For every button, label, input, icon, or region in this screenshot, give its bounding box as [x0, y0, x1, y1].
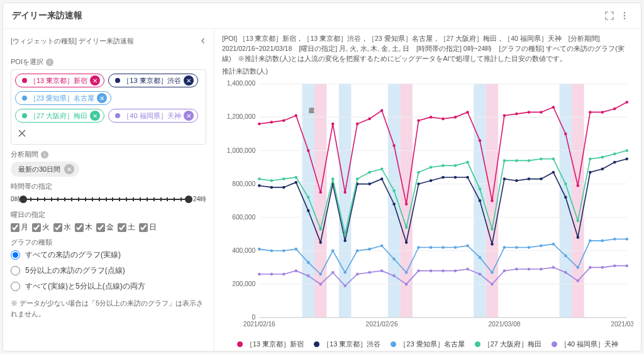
poi-chip[interactable]: ［23 愛知県］名古屋✕ [15, 91, 111, 105]
svg-point-57 [552, 106, 555, 109]
svg-point-105 [380, 245, 383, 248]
close-icon[interactable]: ✕ [184, 75, 194, 86]
day-checkbox[interactable]: 金 [96, 222, 114, 233]
graph-type-option[interactable]: すべての来訪のグラフ(実線) [11, 250, 206, 260]
svg-point-167 [380, 270, 383, 273]
svg-point-67 [294, 181, 297, 184]
svg-point-138 [405, 226, 408, 230]
day-checkbox[interactable]: 水 [53, 222, 71, 233]
close-icon[interactable]: ✕ [64, 164, 74, 174]
graph-type-radios: すべての来訪のグラフ(実線)5分以上の来訪のグラフ(点線)すべて(実線)と5分以… [11, 250, 206, 292]
svg-point-122 [589, 240, 591, 243]
legend-item[interactable]: ［40 福岡県］天神 [552, 340, 618, 349]
svg-point-176 [491, 283, 493, 286]
poi-label: POIを選択 [11, 57, 43, 67]
period-pill[interactable]: 最新の30日間 ✕ [11, 162, 79, 177]
fullscreen-icon[interactable] [602, 8, 617, 23]
svg-point-106 [392, 258, 395, 261]
svg-point-71 [343, 240, 346, 243]
svg-point-169 [405, 283, 408, 286]
chart-legend: ［13 東京都］新宿［13 東京都］渋谷［23 愛知県］名古屋［27 大阪府］梅… [222, 336, 633, 350]
more-icon[interactable] [617, 8, 632, 23]
legend-item[interactable]: ［13 東京都］渋谷 [314, 340, 380, 349]
svg-point-172 [441, 270, 444, 273]
svg-point-166 [368, 271, 370, 274]
day-checkbox[interactable]: 火 [32, 222, 50, 233]
svg-point-36 [294, 114, 297, 118]
legend-item[interactable]: ［13 東京都］新宿 [237, 340, 304, 349]
day-checkbox[interactable]: 土 [118, 222, 135, 233]
svg-text:1,000,000: 1,000,000 [227, 147, 256, 154]
svg-point-39 [331, 123, 334, 126]
svg-point-130 [307, 196, 309, 199]
graph-type-option[interactable]: すべて(実線)と5分以上(点線)の両方 [11, 281, 206, 292]
svg-point-103 [356, 250, 358, 253]
slider-knob-right[interactable] [185, 196, 192, 203]
svg-point-66 [282, 186, 285, 189]
widget-type-label: [ウィジェットの種類] デイリー来訪速報 [11, 36, 134, 46]
svg-point-183 [577, 280, 579, 283]
svg-text:1,400,000: 1,400,000 [227, 80, 256, 87]
day-checkbox[interactable]: 日 [139, 222, 157, 233]
close-icon[interactable]: ✕ [97, 93, 107, 103]
svg-point-64 [258, 184, 260, 187]
svg-point-184 [589, 266, 591, 269]
svg-point-175 [479, 273, 481, 276]
svg-point-41 [356, 123, 358, 126]
svg-point-170 [417, 270, 419, 273]
svg-point-142 [454, 164, 457, 167]
svg-point-75 [392, 202, 395, 206]
svg-point-82 [479, 199, 481, 202]
svg-point-186 [613, 265, 616, 268]
svg-point-92 [601, 168, 604, 171]
svg-point-161 [307, 275, 309, 278]
svg-point-157 [258, 273, 260, 276]
svg-point-145 [491, 228, 493, 231]
svg-text:200,000: 200,000 [232, 280, 255, 287]
svg-point-100 [319, 273, 321, 276]
svg-point-68 [307, 209, 309, 213]
close-icon[interactable]: ✕ [184, 111, 194, 121]
svg-point-69 [319, 241, 321, 245]
widget-type-row[interactable]: [ウィジェットの種類] デイリー来訪速報 [11, 34, 206, 52]
svg-point-0 [624, 12, 625, 13]
day-checkbox[interactable]: 月 [11, 222, 28, 233]
time-slider[interactable]: 0時 24時 [11, 194, 206, 205]
svg-point-151 [564, 183, 567, 186]
close-icon[interactable]: ✕ [90, 75, 100, 86]
info-icon[interactable]: i [46, 58, 53, 66]
svg-point-144 [479, 188, 481, 191]
svg-text:2021/03/18: 2021/03/18 [611, 321, 633, 328]
svg-rect-5 [339, 84, 351, 318]
svg-point-153 [589, 158, 591, 161]
svg-point-155 [613, 153, 616, 156]
graph-type-option[interactable]: 5分以上の来訪のグラフ(点線) [11, 265, 206, 276]
close-icon[interactable]: ✕ [90, 111, 100, 121]
poi-chip[interactable]: ［13 東京都］渋谷✕ [108, 74, 197, 87]
svg-point-121 [577, 266, 579, 269]
svg-point-86 [528, 178, 530, 181]
period-value: 最新の30日間 [18, 165, 60, 174]
slider-knob-left[interactable] [19, 196, 27, 203]
svg-point-89 [564, 196, 567, 199]
svg-text:400,000: 400,000 [232, 247, 255, 254]
legend-item[interactable]: ［23 愛知県］名古屋 [391, 340, 464, 349]
day-checkboxes: 月火水木金土日 [11, 222, 206, 233]
svg-point-154 [601, 156, 604, 159]
y-axis-title: 推計来訪数(人) [222, 67, 633, 76]
svg-point-133 [343, 233, 346, 236]
svg-point-97 [282, 250, 285, 253]
svg-point-112 [466, 245, 469, 248]
day-checkbox[interactable]: 木 [75, 222, 92, 233]
svg-point-55 [528, 111, 530, 114]
svg-rect-10 [560, 84, 572, 318]
svg-point-136 [380, 168, 383, 171]
svg-rect-4 [314, 84, 326, 318]
svg-point-77 [417, 183, 419, 186]
poi-chip[interactable]: ［40 福岡県］天神✕ [108, 109, 197, 123]
poi-chip[interactable]: ［27 大阪府］梅田✕ [15, 109, 104, 123]
poi-chip[interactable]: ［13 東京都］新宿✕ [15, 74, 104, 87]
info-icon[interactable]: i [41, 151, 48, 158]
legend-item[interactable]: ［27 大阪府］梅田 [475, 340, 541, 349]
clear-all-icon[interactable] [15, 126, 29, 140]
